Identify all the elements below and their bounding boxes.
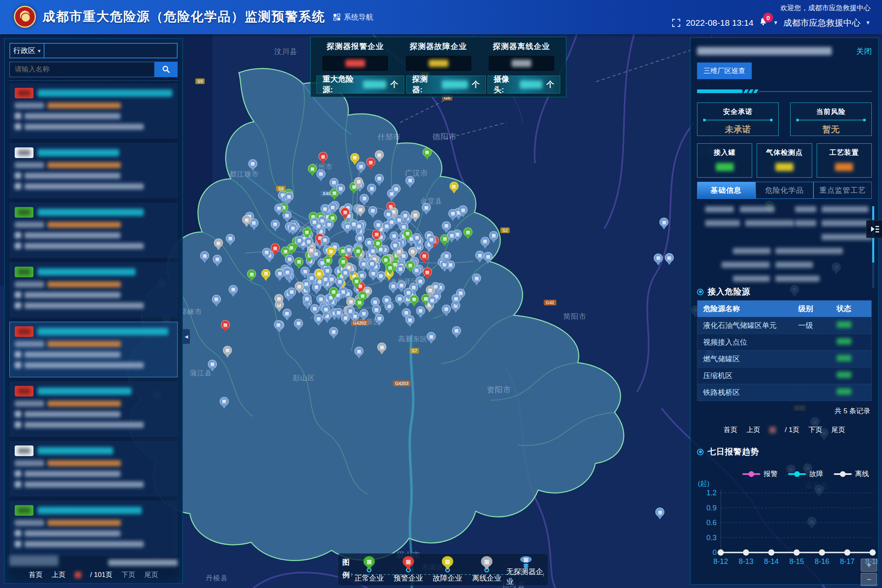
map-pin-gray[interactable]: ▦	[307, 246, 316, 255]
company-list-item[interactable]	[9, 203, 178, 258]
map-pin-blue[interactable]: ▦	[654, 254, 663, 263]
map-pin-blue[interactable]: ▦	[271, 220, 280, 229]
map-pin-blue[interactable]: ▦	[412, 233, 421, 242]
search-input[interactable]	[9, 62, 155, 77]
map-pin-blue[interactable]: ▦	[310, 304, 319, 313]
map-pin-blue[interactable]: ▦	[248, 159, 257, 168]
map-pin-blue[interactable]: ▦	[452, 294, 461, 303]
map-pin-yellow[interactable]: ▦	[350, 153, 359, 162]
pagination-last[interactable]: 尾页	[831, 425, 845, 434]
map-pin-gray[interactable]: ▦	[223, 346, 232, 355]
map-pin-gray[interactable]: ▦	[214, 238, 223, 247]
sidebar-collapse-handle[interactable]: ◀	[183, 329, 190, 344]
chevron-down-icon[interactable]: ▼	[865, 20, 871, 26]
map-pin-blue[interactable]: ▦	[229, 285, 238, 294]
map-pin-blue[interactable]: ▦	[442, 305, 451, 314]
map-pin-green[interactable]: ▦	[410, 295, 419, 304]
company-list-item[interactable]	[9, 143, 178, 198]
panel-toggle-button[interactable]	[866, 220, 882, 238]
table-row[interactable]: 铁路栈桥区	[697, 384, 871, 401]
table-row[interactable]: 燃气储罐区	[697, 350, 871, 367]
search-button[interactable]	[155, 62, 178, 77]
map-pin-blue[interactable]: ▦	[416, 306, 425, 315]
map-pin-blue[interactable]: ▦	[356, 162, 365, 171]
map-pin-blue[interactable]: ▦	[275, 269, 284, 278]
map-pin-blue[interactable]: ▦	[287, 287, 296, 296]
map-pin-blue[interactable]: ▦	[395, 294, 404, 303]
district-filter-dropdown[interactable]: 行政区 ▾	[9, 43, 45, 58]
district-value-field[interactable]	[45, 43, 178, 58]
pagination-first[interactable]: 首页	[29, 570, 43, 579]
map-pin-red[interactable]: ▦	[423, 267, 432, 276]
map-pin-blue[interactable]: ▦	[448, 209, 457, 218]
map-pin-blue[interactable]: ▦	[339, 287, 348, 296]
map-pin-blue[interactable]: ▦	[665, 253, 674, 262]
map-pin-blue[interactable]: ▦	[396, 265, 405, 274]
map-pin-blue[interactable]: ▦	[365, 238, 374, 247]
map-pin-blue[interactable]: ▦	[213, 255, 222, 264]
map-pin-blue[interactable]: ▦	[312, 283, 321, 292]
system-nav-button[interactable]: 系统导航	[333, 12, 373, 22]
chart-legend-item[interactable]: 故障	[788, 469, 823, 479]
map-pin-blue[interactable]: ▦	[294, 319, 303, 328]
map-pin-blue[interactable]: ▦	[285, 192, 294, 201]
map-pin-blue[interactable]: ▦	[442, 221, 451, 230]
map-pin-blue[interactable]: ▦	[283, 309, 292, 318]
company-list-item[interactable]	[9, 441, 178, 497]
zoom-in-button[interactable]: +	[861, 559, 877, 572]
zoom-out-button[interactable]: −	[861, 573, 877, 586]
map-pin-red[interactable]: ▦	[420, 252, 429, 261]
map-pin-blue[interactable]: ▦	[220, 397, 229, 406]
company-list-item[interactable]	[9, 322, 178, 377]
map-pin-blue[interactable]: ▦	[323, 266, 332, 275]
map-pin-blue[interactable]: ▦	[274, 204, 283, 213]
company-list-item[interactable]	[9, 262, 178, 318]
company-list-item[interactable]	[9, 501, 178, 556]
map-pin-blue[interactable]: ▦	[368, 259, 376, 268]
scrollbar[interactable]	[872, 206, 874, 288]
map-pin-green[interactable]: ▦	[294, 257, 303, 266]
map-pin-gray[interactable]: ▦	[346, 297, 355, 306]
map-pin-green[interactable]: ▦	[406, 261, 415, 270]
chevron-down-icon[interactable]: ▼	[773, 20, 778, 26]
pagination-next[interactable]: 下页	[808, 425, 822, 434]
map-pin-yellow[interactable]: ▦	[450, 182, 459, 191]
map-pin-blue[interactable]: ▦	[481, 237, 490, 246]
map-pin-blue[interactable]: ▦	[427, 235, 436, 244]
map-pin-blue[interactable]: ▦	[285, 255, 294, 264]
map-pin-blue[interactable]: ▦	[208, 360, 217, 369]
fullscreen-icon[interactable]	[672, 18, 681, 27]
map-pin-blue[interactable]: ▦	[328, 203, 337, 212]
pagination-prev[interactable]: 上页	[52, 570, 66, 579]
map-pin-blue[interactable]: ▦	[303, 294, 312, 303]
table-row[interactable]: 视频接入点位	[697, 334, 871, 350]
tab-inactive[interactable]: 危险化学品	[755, 182, 814, 199]
chart-legend-item[interactable]: 离线	[834, 469, 869, 479]
map-pin-green[interactable]: ▦	[423, 148, 432, 157]
map-pin-blue[interactable]: ▦	[274, 320, 283, 329]
map-pin-blue[interactable]: ▦	[442, 252, 451, 261]
map-pin-blue[interactable]: ▦	[262, 248, 271, 257]
map-pin-blue[interactable]: ▦	[283, 267, 292, 276]
map-pin-blue[interactable]: ▦	[310, 218, 319, 227]
pagination-next[interactable]: 下页	[121, 570, 135, 579]
chart-legend-item[interactable]: 报警	[742, 469, 777, 479]
table-row[interactable]: 液化石油气储罐区单元一级	[697, 317, 871, 334]
map-pin-green[interactable]: ▦	[303, 227, 312, 236]
org-name[interactable]: 成都市应急救援中心	[783, 17, 860, 29]
map-pin-blue[interactable]: ▦	[391, 241, 400, 249]
map-pin-blue[interactable]: ▦	[316, 169, 325, 178]
company-list-item[interactable]	[9, 381, 178, 437]
pagination-prev[interactable]: 上页	[746, 425, 760, 434]
table-row[interactable]: 压缩机区	[697, 367, 871, 384]
map-pin-blue[interactable]: ▦	[360, 194, 369, 203]
plant-3d-tour-button[interactable]: 三维厂区巡查	[697, 62, 752, 79]
map-pin-blue[interactable]: ▦	[321, 236, 330, 245]
map-pin-blue[interactable]: ▦	[295, 236, 304, 245]
map-pin-green[interactable]: ▦	[354, 246, 363, 255]
map-pin-blue[interactable]: ▦	[226, 234, 235, 243]
close-panel-button[interactable]: 关闭	[856, 46, 872, 57]
map-pin-yellow[interactable]: ▦	[327, 247, 336, 256]
pagination-last[interactable]: 尾页	[144, 570, 158, 579]
map-pin-blue[interactable]: ▦	[368, 206, 377, 215]
